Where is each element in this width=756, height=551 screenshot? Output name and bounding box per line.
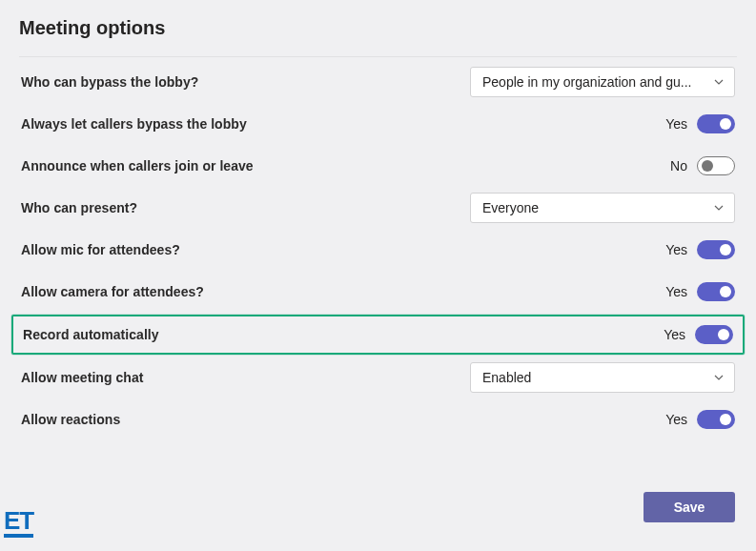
row-camera: Allow camera for attendees? Yes xyxy=(19,271,737,313)
label-present: Who can present? xyxy=(21,200,137,215)
label-camera: Allow camera for attendees? xyxy=(21,284,204,299)
label-mic: Allow mic for attendees? xyxy=(21,242,180,257)
select-present-value: Everyone xyxy=(482,200,539,215)
row-present: Who can present? Everyone xyxy=(19,187,737,229)
footer: Save xyxy=(19,492,737,522)
toggle-announce[interactable] xyxy=(697,156,735,175)
toggle-state-record: Yes xyxy=(664,327,685,342)
toggle-reactions[interactable] xyxy=(697,410,735,429)
select-present[interactable]: Everyone xyxy=(470,193,735,223)
select-bypass-lobby-value: People in my organization and gu... xyxy=(482,74,691,90)
chevron-down-icon xyxy=(713,76,725,88)
toggle-state-camera: Yes xyxy=(665,284,687,299)
toggle-state-mic: Yes xyxy=(665,242,687,257)
chevron-down-icon xyxy=(713,372,725,383)
toggle-callers-bypass[interactable] xyxy=(697,114,735,133)
label-record: Record automatically xyxy=(23,327,159,342)
select-chat-value: Enabled xyxy=(482,370,531,385)
label-bypass-lobby: Who can bypass the lobby? xyxy=(21,74,198,90)
label-callers-bypass: Always let callers bypass the lobby xyxy=(21,116,247,132)
row-bypass-lobby: Who can bypass the lobby? People in my o… xyxy=(19,61,737,103)
row-callers-bypass: Always let callers bypass the lobby Yes xyxy=(19,103,737,145)
toggle-mic[interactable] xyxy=(697,240,735,259)
row-chat: Allow meeting chat Enabled xyxy=(19,357,737,398)
label-reactions: Allow reactions xyxy=(21,412,120,427)
toggle-state-callers-bypass: Yes xyxy=(665,116,687,132)
row-announce: Announce when callers join or leave No xyxy=(19,145,737,187)
select-bypass-lobby[interactable]: People in my organization and gu... xyxy=(470,67,735,97)
row-record: Record automatically Yes xyxy=(21,316,735,353)
chevron-down-icon xyxy=(713,202,725,214)
page-title: Meeting options xyxy=(19,17,737,39)
select-chat[interactable]: Enabled xyxy=(470,362,735,393)
label-announce: Announce when callers join or leave xyxy=(21,158,254,173)
toggle-state-reactions: Yes xyxy=(665,412,687,427)
highlight-record: Record automatically Yes xyxy=(11,315,745,355)
save-button[interactable]: Save xyxy=(644,492,735,522)
toggle-state-announce: No xyxy=(670,158,687,173)
section-divider xyxy=(19,56,737,57)
watermark-logo: ET xyxy=(4,508,33,538)
label-chat: Allow meeting chat xyxy=(21,370,143,385)
toggle-record[interactable] xyxy=(695,325,733,344)
row-reactions: Allow reactions Yes xyxy=(19,398,737,440)
toggle-camera[interactable] xyxy=(697,282,735,301)
row-mic: Allow mic for attendees? Yes xyxy=(19,229,737,271)
